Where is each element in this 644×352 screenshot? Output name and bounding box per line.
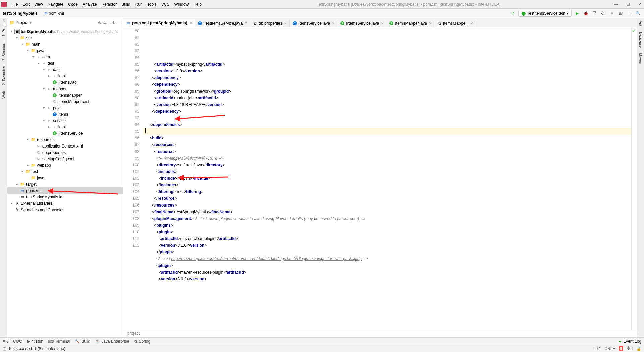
close-tab-icon[interactable]: × [381, 21, 383, 26]
tab-testitemsservice-java[interactable]: CTestItemsService.java× [195, 20, 250, 27]
project-tree[interactable]: ▾▣testSpringMybatisD:\ideaWorkSpace\test… [7, 27, 123, 337]
tree-item-service[interactable]: ▾▸service [7, 117, 123, 124]
menu-window[interactable]: Window [172, 1, 191, 7]
minimize-icon[interactable]: — [613, 2, 620, 7]
tab-db-properties[interactable]: ⧉db.properties× [250, 20, 289, 27]
tree-item-webapp[interactable]: ▸📁webapp [7, 162, 123, 168]
breadcrumb-project[interactable]: testSpringMybatis [3, 11, 38, 16]
tree-item-test[interactable]: ▾▸test [7, 60, 123, 66]
close-tab-icon[interactable]: × [332, 21, 334, 26]
code-area[interactable]: <artifactId>mybatis-spring</artifactId> … [142, 27, 631, 330]
breadcrumb-file[interactable]: pom.xml [49, 11, 64, 16]
twisty-icon[interactable]: ▾ [15, 36, 19, 40]
tree-item-java[interactable]: ▾📁java [7, 47, 123, 54]
menu-navigate[interactable]: Navigate [46, 1, 65, 7]
toolwindow-javaenterprise[interactable]: ☕Java Enterprise [95, 339, 129, 344]
menu-build[interactable]: Build [119, 1, 132, 7]
window-icon[interactable]: ▭ [626, 10, 633, 17]
chevron-down-icon[interactable]: ▾ [30, 20, 32, 25]
tree-item-iitemsservice[interactable]: IIItemsService [7, 130, 123, 136]
project-view-title[interactable]: Project [16, 20, 28, 25]
tree-item-iitemsdao[interactable]: IIItemsDao [7, 79, 123, 85]
twisty-icon[interactable]: ▾ [42, 119, 46, 122]
toolwindow-build[interactable]: 🔨Build [75, 339, 90, 344]
tree-item-db-properties[interactable]: ⧉db.properties [7, 149, 123, 156]
menu-analyze[interactable]: Analyze [80, 1, 99, 7]
tree-item-testspringmybatis[interactable]: ▾▣testSpringMybatisD:\ideaWorkSpace\test… [7, 28, 123, 35]
menu-code[interactable]: Code [66, 1, 80, 7]
rail-ant[interactable]: Ant [639, 19, 643, 28]
tree-item-pojo[interactable]: ▾▸pojo [7, 105, 123, 111]
twisty-icon[interactable]: ▸ [25, 163, 30, 167]
maximize-icon[interactable]: ☐ [625, 2, 631, 7]
tree-item-test[interactable]: ▾📁test [7, 168, 123, 175]
tree-item-target[interactable]: ▸📁target [7, 181, 123, 187]
rail-maven[interactable]: Maven [639, 52, 643, 65]
profiler-icon[interactable]: ⏱ [600, 10, 606, 17]
twisty-icon[interactable]: ▸ [47, 74, 51, 78]
rail-project[interactable]: 1: Project [2, 19, 6, 38]
tree-item-pom-xml[interactable]: mpom.xml [7, 187, 123, 194]
close-tab-icon[interactable]: × [429, 21, 431, 26]
close-tab-icon[interactable]: × [190, 21, 192, 25]
tree-item-external-libraries[interactable]: ▸⎘External Libraries [7, 200, 123, 207]
event-log-button[interactable]: Event Log [623, 339, 641, 344]
tree-item-impl[interactable]: ▸▸impl [7, 124, 123, 130]
toolwindow-run[interactable]: ▶4: Run [27, 339, 43, 344]
sync-icon[interactable]: ↺ [509, 10, 516, 17]
coverage-icon[interactable]: ⛉ [591, 10, 598, 17]
line-separator[interactable]: CRLF [604, 346, 615, 351]
tree-item-java[interactable]: 📁java [7, 175, 123, 181]
tree-item-impl[interactable]: ▸▸impl [7, 73, 123, 79]
close-tab-icon[interactable]: × [284, 21, 286, 26]
twisty-icon[interactable]: ▾ [42, 87, 46, 91]
tree-item-main[interactable]: ▾📁main [7, 41, 123, 47]
menu-vcs[interactable]: VCS [159, 1, 172, 7]
menu-run[interactable]: Run [133, 1, 145, 7]
toolwindow-todo[interactable]: ≡6: TODO [3, 339, 22, 344]
twisty-icon[interactable]: ▸ [47, 125, 51, 129]
tree-item-itemsmapper-xml[interactable]: ⧉ItemsMapper.xml [7, 98, 123, 105]
tab-iitemsservice-java[interactable]: IIItemsService.java× [337, 20, 386, 27]
menu-file[interactable]: File [9, 1, 20, 7]
menu-view[interactable]: View [32, 1, 45, 7]
tree-item-testspringmybatis-iml[interactable]: ▭testSpringMybatis.iml [7, 194, 123, 200]
menu-tools[interactable]: Tools [145, 1, 159, 7]
tree-item-items[interactable]: CItems [7, 111, 123, 117]
tree-item-scratches-and-consoles[interactable]: ✎Scratches and Consoles [7, 207, 123, 213]
rail-favorites[interactable]: 2: Favorites [2, 65, 6, 86]
close-icon[interactable]: ✕ [637, 2, 643, 7]
ime-icon[interactable]: S [619, 346, 623, 351]
tree-item-resources[interactable]: ▾📁resources [7, 136, 123, 143]
tree-item-applicationcontext-xml[interactable]: ⧉applicationContext.xml [7, 143, 123, 149]
rail-database[interactable]: Database [639, 31, 643, 49]
twisty-icon[interactable]: ▾ [25, 138, 30, 141]
twisty-icon[interactable]: ▾ [20, 170, 24, 173]
close-tab-icon[interactable]: × [245, 21, 247, 26]
editor-body[interactable]: 8081828384858687888990919293949596979899… [123, 27, 637, 330]
locate-icon[interactable]: ⊕ [98, 20, 101, 25]
run-icon[interactable]: ▶ [574, 10, 580, 17]
layout-icon[interactable]: ▦ [617, 10, 624, 17]
rail-structure[interactable]: 7: Structure [2, 40, 6, 62]
tree-item-dao[interactable]: ▾▸dao [7, 66, 123, 73]
twisty-icon[interactable]: ▸ [9, 201, 13, 205]
twisty-icon[interactable]: ▾ [42, 106, 46, 110]
twisty-icon[interactable]: ▾ [20, 42, 24, 46]
twisty-icon[interactable]: ▾ [9, 30, 13, 33]
hide-icon[interactable]: — [117, 20, 121, 25]
stop-icon[interactable]: ■ [608, 10, 615, 17]
tree-item-mapper[interactable]: ▾▸mapper [7, 85, 123, 92]
twisty-icon[interactable]: ▾ [42, 68, 46, 71]
settings-icon[interactable]: ✱ [112, 20, 115, 25]
twisty-icon[interactable]: ▸ [15, 182, 19, 186]
editor-breadcrumb[interactable]: project [123, 330, 637, 337]
menu-refactor[interactable]: Refactor [100, 1, 119, 7]
tree-item-src[interactable]: ▾📁src [7, 35, 123, 41]
twisty-icon[interactable]: ▾ [36, 61, 40, 65]
search-icon[interactable]: 🔍 [635, 10, 641, 17]
tree-item-sqlmapconfig-xml[interactable]: ⧉sqlMapConfig.xml [7, 156, 123, 162]
menu-help[interactable]: Help [191, 1, 204, 7]
rail-web[interactable]: Web [2, 90, 6, 100]
twisty-icon[interactable]: ▾ [31, 55, 35, 59]
